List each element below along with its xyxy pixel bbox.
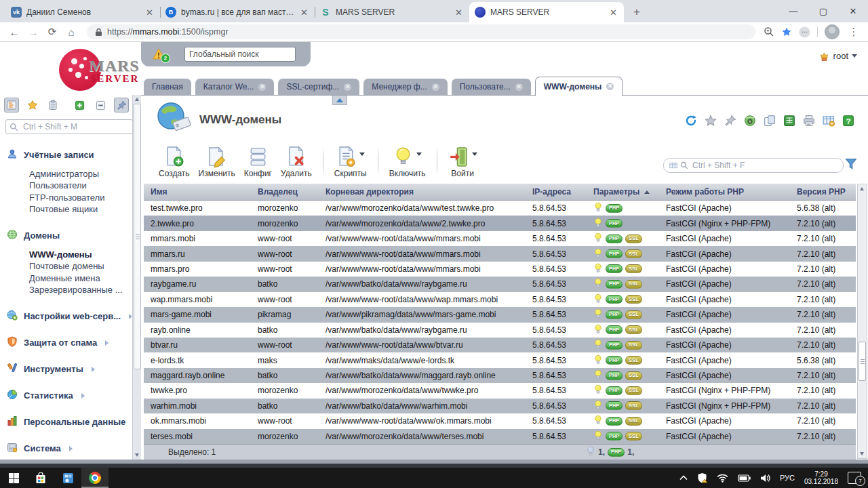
reload-button[interactable]: ⟳ [45,24,60,39]
minimize-button[interactable]: — [778,0,808,22]
table-row[interactable]: terses.mobimorozenko/var/www/morozenko/d… [144,429,856,444]
page-tab[interactable]: Пользовате...✕ [452,79,531,95]
column-header[interactable]: IP-адреса [526,187,587,197]
table-scroll-thumb[interactable] [859,342,866,381]
toolbar-button-delete[interactable]: Удалить [281,146,312,178]
page-tab[interactable]: Менеджер ф...✕ [363,79,447,95]
pin-sidebar-icon[interactable] [114,98,129,113]
table-row[interactable]: btvar.ruwww-root/var/www/www-root/data/w… [144,338,856,352]
security-shield-icon[interactable] [697,472,707,483]
sidebar-item[interactable]: WWW-домены [7,249,141,261]
column-header[interactable]: Параметры [587,187,659,197]
table-row[interactable]: wap.mmars.mobiwww-root/var/www/www-root/… [144,292,856,307]
sidebar-item[interactable]: Зарезервированные ... [7,285,141,297]
browser-tab[interactable]: MARS SERVER✕ [469,2,624,22]
dropdown-caret-icon[interactable] [416,152,422,156]
table-row[interactable]: warhim.mobibatko/var/www/batko/data/www/… [144,399,856,413]
scroll-up-icon[interactable] [860,187,864,190]
column-header[interactable]: Корневая директория [319,187,526,197]
site-icon[interactable] [744,115,756,127]
clipboard-icon[interactable] [45,98,60,113]
address-bar[interactable]: https://mmars.mobi:1500/ispmgr [87,24,755,39]
table-scrollbar[interactable] [857,184,867,459]
copy-icon[interactable] [764,115,776,127]
sidebar-item[interactable]: Почтовые домены [7,261,141,273]
table-row[interactable]: mmars.ruwww-root/var/www/www-root/data/w… [144,246,856,261]
store-icon[interactable] [27,468,54,488]
sidebar-section-shield[interactable]: Защита от спама [7,336,141,349]
table-row[interactable]: e-lords.tkmaks/var/www/maks/data/www/e-l… [144,352,856,367]
bookmark-star-icon[interactable] [781,26,792,37]
keyboard-language[interactable]: РУС [780,474,795,482]
toolbar-button-login[interactable]: Войти [448,146,477,178]
scroll-up-icon[interactable] [135,98,139,101]
table-row[interactable]: raybgame.rubatko/var/www/batko/data/www/… [144,277,856,291]
page-tab-close-icon[interactable]: ✕ [606,83,614,90]
toolbar-button-scripts[interactable]: Скрипты [334,146,367,178]
refresh-icon[interactable] [685,115,697,127]
home-button[interactable]: ⌂ [64,24,79,39]
page-tab-close-icon[interactable]: ✕ [432,83,439,91]
table-row[interactable]: test.twwke.promorozenko/var/www/morozenk… [144,201,856,216]
sidebar-scrollbar[interactable] [132,95,141,460]
sidebar-scroll-thumb[interactable] [134,104,141,369]
sidebar-section-bars[interactable]: Персональные данные [7,415,141,428]
dropdown-caret-icon[interactable] [359,152,365,156]
zoom-icon[interactable] [764,26,774,37]
page-tab[interactable]: Главная [144,79,191,95]
toolbar-button-edit[interactable]: Изменить [199,146,235,178]
page-tab[interactable]: Каталог We...✕ [195,79,275,95]
sidebar-section-user[interactable]: Учётные записи [7,148,141,161]
column-header[interactable]: Владелец [251,187,319,197]
sidebar-section-tools[interactable]: Инструменты [7,363,141,375]
help-icon[interactable]: ? [842,115,854,127]
chrome-menu-icon[interactable]: ⋮ [846,24,861,39]
close-button[interactable]: ✕ [838,0,868,22]
excel-icon[interactable] [783,115,795,127]
tray-chevron-icon[interactable] [679,475,688,481]
taskbar-clock[interactable]: 7:29 03.12.2018 [804,470,838,485]
scroll-down-icon[interactable] [135,453,139,457]
dropdown-caret-icon[interactable] [472,152,477,156]
table-row[interactable]: rayb.onlinebatko/var/www/batko/data/www/… [144,323,856,338]
volume-icon[interactable] [760,474,770,483]
sidebar-item[interactable]: Администраторы [7,168,141,180]
table-row[interactable]: twwke.promorozenko/var/www/morozenko/dat… [144,383,856,398]
table-row[interactable]: maggard.rayb.onlinebatko/var/www/batko/d… [144,368,856,383]
table-row[interactable]: mmars.prowww-root/var/www/www-root/data/… [144,262,856,277]
table-settings-icon[interactable] [823,115,835,127]
new-tab-button[interactable]: + [628,3,646,21]
tab-close-icon[interactable]: ✕ [299,7,309,18]
collapse-all-icon[interactable] [94,98,108,113]
column-header[interactable]: Имя [144,187,251,197]
warning-icon[interactable]: 2 [152,48,165,60]
system-settings-icon[interactable] [54,468,81,488]
table-row[interactable]: mmars.mobiwww-root/var/www/www-root/data… [144,231,856,246]
forward-button[interactable]: → [26,24,41,39]
print-icon[interactable] [803,115,815,127]
tab-close-icon[interactable]: ✕ [454,7,464,18]
sidebar-item[interactable]: Доменные имена [7,272,141,285]
menu-view-icon[interactable] [4,98,19,113]
table-filter-input[interactable] [691,160,837,171]
sidebar-item[interactable]: FTP-пользователи [7,192,141,204]
table-row[interactable]: 2.twwke.promorozenko/var/www/morozenko/d… [144,216,856,230]
sidebar-item[interactable]: Пользователи [7,180,141,192]
page-tab[interactable]: WWW-домены✕ [535,77,623,96]
pin-icon[interactable] [724,115,736,127]
user-menu[interactable]: root [818,50,857,62]
toolbar-button-config[interactable]: Конфиг [244,146,272,178]
back-button[interactable]: ← [7,24,22,39]
page-tab[interactable]: SSL-сертиф...✕ [278,79,359,95]
sidebar-section-pie[interactable]: Статистика [7,389,141,402]
browser-tab[interactable]: SMARS SERVER✕ [315,2,469,22]
filter-funnel-icon[interactable] [845,158,857,170]
sidebar-item[interactable]: Почтовые ящики [7,204,141,216]
table-row[interactable]: ok.mmars.mobiwww-root/var/www/www-root/d… [144,413,856,428]
column-header[interactable]: Режим работы PHP [659,187,790,197]
favorites-star-icon[interactable] [25,98,40,113]
collapse-top-button[interactable] [332,96,347,105]
page-tab-close-icon[interactable]: ✕ [258,83,266,91]
sidebar-search-input[interactable] [22,121,119,132]
sidebar-section-system[interactable]: Система [7,442,141,455]
